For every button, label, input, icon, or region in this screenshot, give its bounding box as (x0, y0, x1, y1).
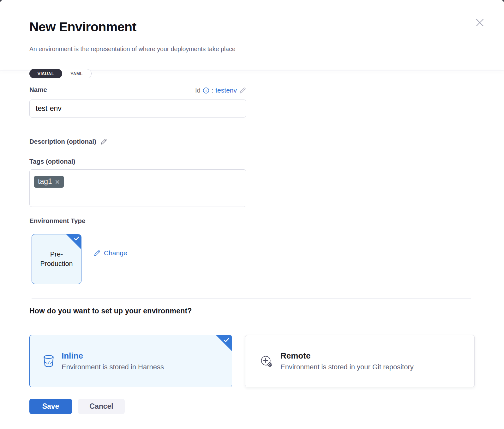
tags-label: Tags (optional) (29, 158, 75, 165)
setup-heading: How do you want to set up your environme… (29, 307, 192, 315)
description-label-row: Description (optional) (29, 138, 107, 145)
edit-description-icon[interactable] (100, 138, 107, 145)
check-icon (74, 236, 79, 241)
dialog-subtitle: An environment is the representation of … (29, 45, 236, 53)
option-title: Inline (62, 351, 164, 361)
tag-chip-label: tag1 (38, 177, 52, 186)
visual-yaml-toggle: VISUAL YAML (29, 69, 92, 78)
id-separator: : (212, 87, 213, 94)
environment-id-value[interactable]: testenv (215, 87, 237, 94)
inline-harness-icon: </> (43, 355, 54, 368)
check-icon (224, 338, 229, 342)
option-text: Inline Environment is stored in Harness (62, 351, 164, 371)
option-text: Remote Environment is stored in your Git… (280, 351, 414, 371)
id-label: Id (195, 87, 201, 94)
name-label: Name (29, 86, 47, 94)
change-link-label: Change (104, 249, 127, 257)
option-description: Environment is stored in your Git reposi… (280, 363, 414, 371)
environment-type-value: Pre-Production (38, 250, 75, 269)
setup-option-remote[interactable]: Remote Environment is stored in your Git… (245, 335, 475, 387)
tags-input[interactable]: tag1 ✕ (29, 169, 246, 207)
environment-type-card-preproduction[interactable]: Pre-Production (32, 234, 81, 284)
id-row: Id : testenv (195, 86, 246, 95)
remote-git-icon (259, 354, 273, 368)
close-icon (476, 18, 484, 27)
close-button[interactable] (473, 16, 486, 29)
option-description: Environment is stored in Harness (62, 363, 164, 371)
edit-id-icon[interactable] (239, 87, 246, 94)
new-environment-dialog: New Environment An environment is the re… (0, 0, 504, 429)
save-button[interactable]: Save (29, 399, 72, 414)
remove-tag-icon[interactable]: ✕ (55, 178, 60, 185)
tab-visual[interactable]: VISUAL (29, 69, 62, 78)
cancel-button[interactable]: Cancel (78, 399, 125, 414)
svg-text:</>: </> (45, 360, 52, 365)
environment-type-label: Environment Type (29, 217, 85, 225)
description-label: Description (optional) (29, 138, 96, 145)
tag-chip: tag1 ✕ (34, 176, 64, 188)
tab-yaml[interactable]: YAML (62, 69, 91, 78)
dialog-title: New Environment (29, 20, 136, 34)
setup-option-inline[interactable]: </> Inline Environment is stored in Harn… (29, 335, 232, 387)
option-title: Remote (280, 351, 414, 361)
edit-icon (93, 250, 101, 257)
change-environment-type-link[interactable]: Change (93, 249, 127, 257)
name-input[interactable] (29, 100, 246, 118)
section-divider (32, 298, 471, 299)
info-icon[interactable] (203, 87, 209, 94)
